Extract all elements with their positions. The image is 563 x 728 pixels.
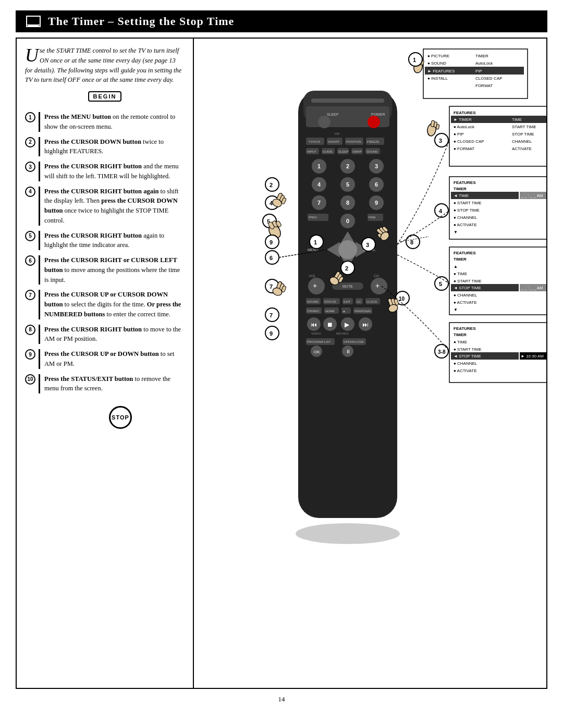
svg-text:▲: ▲ (454, 264, 458, 269)
svg-text:TIME: TIME (512, 117, 522, 122)
svg-text:CC: CC (357, 300, 361, 303)
svg-text:⏭: ⏭ (362, 321, 369, 328)
svg-text:6: 6 (375, 181, 378, 188)
svg-text:SOUND: SOUND (366, 150, 378, 153)
svg-text:STATUS: STATUS (324, 300, 336, 303)
svg-text:_ _ : _ _ AM: _ _ : _ _ AM (520, 193, 543, 198)
svg-text:FEATURES: FEATURES (454, 251, 476, 255)
diagram-container: SLEEP POWER PIP TV/VCR ON/OFF POSITION F… (194, 39, 546, 688)
svg-text:▼: ▼ (454, 230, 458, 235)
step-6-number: 6 (25, 255, 35, 266)
svg-text:⏮: ⏮ (311, 321, 317, 328)
page-title: The Timer – Setting the Stop Time (48, 15, 234, 28)
step-7: 7 Press the CURSOR UP or CURSOR DOWN but… (25, 290, 185, 319)
svg-text:MOVIES: MOVIES (336, 332, 348, 335)
svg-point-8 (368, 116, 380, 128)
step-7-text: Press the CURSOR UP or CURSOR DOWN butto… (39, 290, 185, 319)
svg-text:SLEEP: SLEEP (338, 150, 348, 153)
svg-text:⏹: ⏹ (327, 321, 333, 328)
title-bar: The Timer – Setting the Stop Time (16, 10, 547, 32)
svg-text:FEATURES: FEATURES (454, 326, 476, 331)
svg-text:OK: OK (314, 350, 320, 354)
step-6: 6 Press the CURSOR RIGHT or CURSOR LEFT … (25, 255, 185, 285)
svg-text:POSITION: POSITION (346, 140, 361, 143)
intro-text: se the START TIME control to set the TV … (25, 47, 181, 83)
svg-text:PIP: PIP (475, 69, 482, 73)
svg-text:● CLOSED CAP: ● CLOSED CAP (454, 139, 484, 144)
svg-text:► 10:30 AM: ► 10:30 AM (521, 354, 544, 359)
svg-text:6: 6 (270, 255, 273, 261)
svg-text:AutoLock: AutoLock (475, 61, 493, 66)
svg-text:● TIME: ● TIME (454, 340, 467, 344)
svg-text:PREV: PREV (309, 216, 317, 219)
svg-text:START TIME: START TIME (512, 125, 536, 129)
drop-cap: U (25, 46, 39, 65)
svg-text:FEATURES: FEATURES (454, 110, 476, 115)
step-3-number: 3 (25, 162, 35, 172)
svg-point-0 (296, 523, 400, 544)
svg-text:_ _ : _ _ AM: _ _ : _ _ AM (520, 286, 543, 290)
svg-text:VIDEO: VIDEO (311, 332, 321, 335)
step-5: 5 Press the CURSOR RIGHT button again to… (25, 231, 185, 251)
svg-text:TV/VCR: TV/VCR (309, 140, 321, 143)
step-4-text: Press the CURSOR RIGHT button again to s… (39, 187, 185, 226)
svg-text:2: 2 (345, 265, 348, 272)
svg-rect-3 (311, 98, 384, 103)
svg-text:FORMAT: FORMAT (475, 83, 493, 88)
svg-text:TIMER: TIMER (475, 54, 488, 58)
svg-text:⏸: ⏸ (346, 349, 351, 354)
svg-text:SOUND: SOUND (307, 300, 319, 303)
svg-text:+: + (375, 281, 380, 290)
step-8-number: 8 (25, 325, 35, 335)
svg-text:PIP: PIP (335, 132, 340, 135)
svg-text:● CHANNEL: ● CHANNEL (454, 215, 478, 220)
svg-text:GUIDE: GUIDE (323, 150, 333, 153)
svg-text:EXIT: EXIT (344, 300, 351, 303)
step-1-text: Press the MENU button on the remote cont… (39, 112, 185, 132)
svg-text:TIMER: TIMER (454, 257, 467, 262)
step-5-text: Press the CURSOR RIGHT button again to h… (39, 231, 185, 251)
svg-text:HOME: HOME (325, 310, 335, 313)
svg-text:STOP TIME: STOP TIME (512, 132, 534, 137)
diagram-svg: SLEEP POWER PIP TV/VCR ON/OFF POSITION F… (194, 39, 546, 586)
step-2-text: Press the CURSOR DOWN button twice to hi… (39, 137, 185, 157)
step-10-number: 10 (25, 374, 35, 385)
svg-text:CHANNEL: CHANNEL (512, 139, 532, 144)
stop-badge: STOP (109, 406, 132, 429)
svg-text:CLOCK: CLOCK (366, 300, 377, 303)
svg-text:ON/OFF: ON/OFF (328, 140, 340, 143)
right-column: SLEEP POWER PIP TV/VCR ON/OFF POSITION F… (194, 39, 546, 688)
svg-text:▼: ▼ (454, 307, 458, 312)
svg-text:FINE: FINE (369, 216, 376, 219)
svg-text:◄ TIME: ◄ TIME (454, 193, 469, 198)
svg-text:● ACTIVATE: ● ACTIVATE (454, 300, 477, 305)
page-number-text: 14 (278, 695, 285, 703)
step-6-text: Press the CURSOR RIGHT or CURSOR LEFT bu… (39, 255, 185, 285)
svg-text:● ACTIVATE: ● ACTIVATE (454, 368, 477, 373)
step-3: 3 Press the CURSOR RIGHT button and the … (25, 162, 185, 181)
step-4: 4 Press the CURSOR RIGHT button again to… (25, 187, 185, 226)
svg-text:1: 1 (413, 57, 416, 63)
step-3-text: Press the CURSOR RIGHT button and the me… (39, 162, 185, 181)
svg-text:5: 5 (346, 181, 349, 188)
svg-text:7: 7 (270, 312, 273, 318)
svg-text:3: 3 (439, 138, 442, 144)
svg-text:5: 5 (439, 281, 442, 287)
svg-text:1: 1 (314, 239, 317, 245)
svg-text:POWER: POWER (371, 113, 385, 116)
svg-text:● INSTALL: ● INSTALL (427, 76, 448, 81)
svg-text:8: 8 (410, 239, 413, 245)
svg-text:◄ STOP TIME: ◄ STOP TIME (454, 354, 481, 359)
svg-text:PERSONAL: PERSONAL (354, 310, 372, 313)
svg-text:3: 3 (375, 163, 378, 169)
svg-point-56 (338, 240, 357, 259)
step-8: 8 Press the CURSOR RIGHT button to move … (25, 325, 185, 344)
svg-text:4: 4 (317, 181, 321, 188)
step-9: 9 Press the CURSOR UP or DOWN button to … (25, 349, 185, 369)
svg-text:ACTIVATE: ACTIVATE (512, 146, 532, 151)
step-4-number: 4 (25, 187, 35, 197)
step-9-number: 9 (25, 349, 35, 360)
svg-text:▶: ▶ (345, 321, 350, 328)
svg-text:9: 9 (375, 200, 378, 206)
svg-text:9: 9 (270, 239, 273, 245)
